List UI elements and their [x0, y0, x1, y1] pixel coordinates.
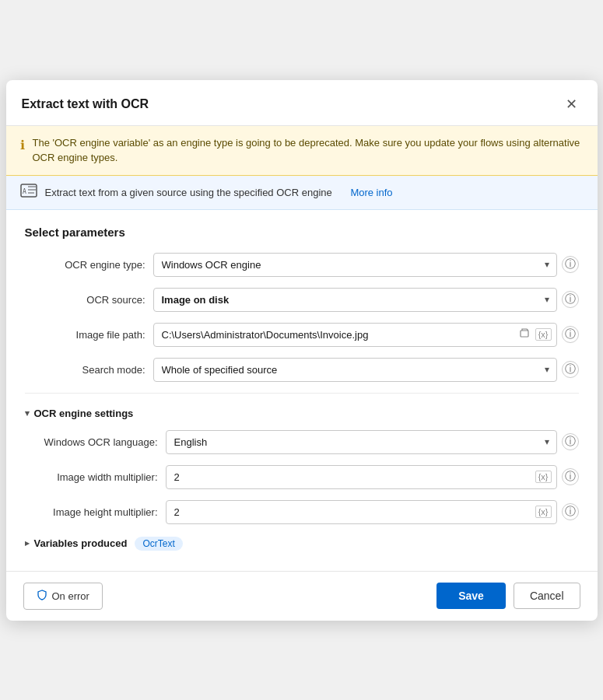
- image-height-variable-button[interactable]: {x}: [535, 506, 552, 518]
- ocr-engine-type-select-wrapper: Windows OCR engine Tesseract engine OCR …: [153, 253, 557, 277]
- image-width-multiplier-row: Image width multiplier: {x} ⓘ: [37, 465, 579, 489]
- image-width-multiplier-input[interactable]: [167, 466, 535, 488]
- dialog-body: Select parameters OCR engine type: Windo…: [6, 210, 598, 571]
- settings-divider: [25, 393, 579, 394]
- on-error-label: On error: [52, 590, 89, 602]
- windows-ocr-language-info-button[interactable]: ⓘ: [562, 433, 579, 450]
- save-button[interactable]: Save: [436, 583, 506, 609]
- ocr-icon: A: [20, 184, 37, 201]
- image-file-path-input-wrapper: {x}: [153, 323, 557, 347]
- ocr-engine-type-label: OCR engine type:: [25, 259, 145, 271]
- image-file-browse-button[interactable]: [517, 327, 534, 343]
- image-file-path-input[interactable]: [154, 324, 517, 346]
- warning-icon: ℹ: [20, 136, 25, 155]
- cancel-button[interactable]: Cancel: [514, 583, 580, 609]
- image-height-multiplier-control: {x} ⓘ: [166, 500, 579, 524]
- close-button[interactable]: ✕: [561, 94, 582, 114]
- more-info-link[interactable]: More info: [350, 187, 392, 198]
- ocr-source-select-wrapper: Image on disk Screen Foreground window ▾: [153, 288, 557, 312]
- dialog-title: Extract text with OCR: [22, 97, 149, 111]
- ocr-source-label: OCR source:: [25, 294, 145, 306]
- warning-text: The 'OCR engine variable' as an engine t…: [33, 135, 584, 166]
- windows-ocr-language-row: Windows OCR language: English French Ger…: [37, 430, 579, 454]
- search-mode-select-wrapper: Whole of specified source Specific subre…: [153, 358, 557, 382]
- on-error-button[interactable]: On error: [23, 583, 103, 610]
- svg-text:A: A: [23, 188, 26, 195]
- dialog-header: Extract text with OCR ✕: [6, 80, 598, 126]
- windows-ocr-language-select-wrapper: English French German Spanish Chinese ▾: [166, 430, 557, 454]
- image-height-multiplier-input-wrapper: {x}: [166, 500, 557, 524]
- search-mode-info-button[interactable]: ⓘ: [562, 361, 579, 378]
- ocr-engine-settings-header[interactable]: ▾ OCR engine settings: [25, 404, 579, 422]
- ocr-engine-type-row: OCR engine type: Windows OCR engine Tess…: [25, 253, 579, 277]
- image-height-multiplier-label: Image height multiplier:: [37, 506, 158, 518]
- ocr-engine-type-select[interactable]: Windows OCR engine Tesseract engine OCR …: [153, 253, 557, 277]
- svg-rect-5: [521, 331, 528, 337]
- variables-produced-row: ▸ Variables produced OcrText: [25, 537, 579, 551]
- windows-ocr-language-label: Windows OCR language:: [37, 436, 158, 448]
- search-mode-row: Search mode: Whole of specified source S…: [25, 358, 579, 382]
- variables-produced-label: Variables produced: [34, 537, 128, 549]
- ocr-source-info-button[interactable]: ⓘ: [562, 291, 579, 308]
- ocr-engine-settings-section: ▾ OCR engine settings Windows OCR langua…: [25, 404, 579, 524]
- ocr-engine-type-info-button[interactable]: ⓘ: [562, 256, 579, 273]
- ocr-engine-type-control: Windows OCR engine Tesseract engine OCR …: [153, 253, 579, 277]
- variables-produced-header[interactable]: ▸ Variables produced: [25, 537, 128, 549]
- ocr-source-control: Image on disk Screen Foreground window ▾…: [153, 288, 579, 312]
- info-banner-text: Extract text from a given source using t…: [45, 187, 332, 198]
- image-width-multiplier-info-button[interactable]: ⓘ: [562, 468, 579, 485]
- warning-banner: ℹ The 'OCR engine variable' as an engine…: [6, 126, 598, 176]
- image-width-multiplier-control: {x} ⓘ: [166, 465, 579, 489]
- image-width-multiplier-input-wrapper: {x}: [166, 465, 557, 489]
- extract-text-ocr-dialog: Extract text with OCR ✕ ℹ The 'OCR engin…: [6, 80, 598, 621]
- image-width-multiplier-label: Image width multiplier:: [37, 471, 158, 483]
- ocr-engine-settings-collapse-icon: ▾: [25, 408, 30, 418]
- search-mode-label: Search mode:: [25, 364, 145, 376]
- ocr-source-select[interactable]: Image on disk Screen Foreground window: [153, 288, 557, 312]
- image-width-multiplier-icons: {x}: [535, 471, 556, 483]
- image-height-multiplier-icons: {x}: [535, 506, 556, 518]
- ocr-engine-settings-content: Windows OCR language: English French Ger…: [25, 430, 579, 524]
- windows-ocr-language-control: English French German Spanish Chinese ▾ …: [166, 430, 579, 454]
- parameters-section-title: Select parameters: [25, 226, 579, 239]
- search-mode-control: Whole of specified source Specific subre…: [153, 358, 579, 382]
- image-height-multiplier-row: Image height multiplier: {x} ⓘ: [37, 500, 579, 524]
- image-file-path-info-button[interactable]: ⓘ: [562, 326, 579, 343]
- variables-produced-badge: OcrText: [135, 537, 182, 551]
- image-width-variable-button[interactable]: {x}: [535, 471, 552, 483]
- windows-ocr-language-select[interactable]: English French German Spanish Chinese: [166, 430, 557, 454]
- image-file-path-control: {x} ⓘ: [153, 323, 579, 347]
- footer-right-buttons: Save Cancel: [436, 583, 580, 609]
- shield-icon: [37, 590, 47, 603]
- image-file-path-input-icons: {x}: [517, 327, 556, 343]
- image-file-variable-button[interactable]: {x}: [535, 328, 552, 341]
- dialog-footer: On error Save Cancel: [6, 571, 598, 621]
- ocr-engine-settings-label: OCR engine settings: [34, 408, 134, 419]
- image-height-multiplier-input[interactable]: [167, 501, 535, 523]
- image-file-path-label: Image file path:: [25, 329, 145, 341]
- ocr-source-row: OCR source: Image on disk Screen Foregro…: [25, 288, 579, 312]
- search-mode-select[interactable]: Whole of specified source Specific subre…: [153, 358, 557, 382]
- image-height-multiplier-info-button[interactable]: ⓘ: [562, 503, 579, 520]
- image-file-path-row: Image file path: {x} ⓘ: [25, 323, 579, 347]
- variables-produced-collapse-icon: ▸: [25, 538, 30, 548]
- info-banner: A Extract text from a given source using…: [6, 176, 598, 210]
